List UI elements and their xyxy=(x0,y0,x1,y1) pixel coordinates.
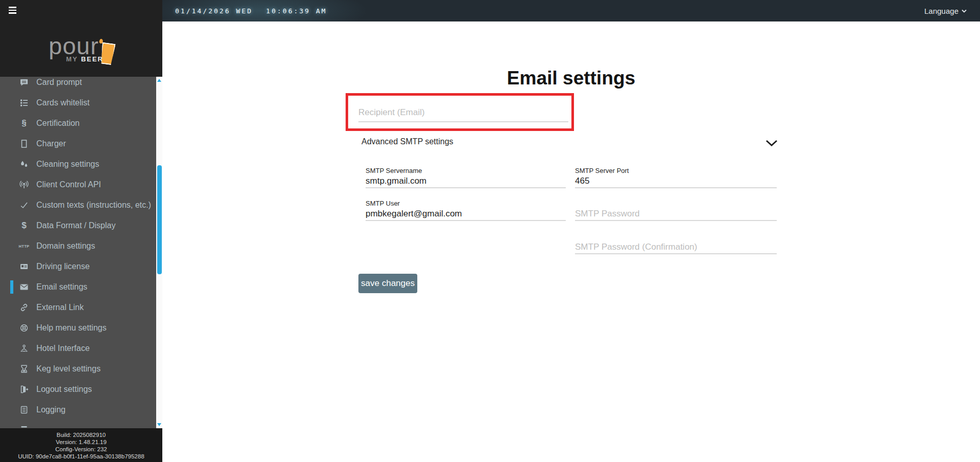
broadcast-icon xyxy=(18,179,30,190)
smtp-user-label: SMTP User xyxy=(366,200,400,207)
smtp-servername-label: SMTP Servername xyxy=(366,167,422,174)
sidebar-item-partial[interactable] xyxy=(0,420,156,428)
smtp-password-input[interactable]: SMTP Password xyxy=(575,208,777,221)
sidebar-item-hotel-interface[interactable]: Hotel Interface xyxy=(0,338,156,359)
sidebar-footer: Build: 2025082910 Version: 1.48.21.19 Co… xyxy=(0,428,162,462)
scrollbar-thumb[interactable] xyxy=(157,165,162,274)
smtp-server-port-label: SMTP Server Port xyxy=(575,167,629,174)
sidebar-item-domain-settings[interactable]: HTTPDomain settings xyxy=(0,236,156,256)
sidebar-menu: Card promptCards whitelist§Certification… xyxy=(0,77,156,428)
chevron-down-icon xyxy=(962,9,967,13)
drops-icon xyxy=(18,159,30,170)
hourglass-icon xyxy=(18,363,30,375)
sidebar: pour MY BEER Card promptCards whitelist§… xyxy=(0,0,162,462)
indicator-slot xyxy=(10,260,13,273)
sidebar-item-logging[interactable]: Logging xyxy=(0,400,156,420)
indicator-slot xyxy=(10,137,13,150)
sidebar-item-cards-whitelist[interactable]: Cards whitelist xyxy=(0,93,156,113)
indicator-slot xyxy=(10,424,13,428)
version-info: Version: 1.48.21.19 xyxy=(0,438,162,446)
link-icon xyxy=(18,302,30,313)
indicator-slot xyxy=(10,321,13,335)
smtp-server-port-input[interactable]: 465 xyxy=(575,175,777,188)
sidebar-item-label: Cleaning settings xyxy=(36,160,99,169)
logo-sub-text: MY BEER xyxy=(66,55,103,63)
indicator-slot xyxy=(10,117,13,130)
sidebar-item-label: Driving license xyxy=(36,262,90,271)
main-content: Email settings Recipient (Email) Advance… xyxy=(162,21,980,462)
sidebar-item-email-settings[interactable]: Email settings xyxy=(0,277,156,297)
http-icon: HTTP xyxy=(18,240,30,252)
scroll-down-icon[interactable] xyxy=(157,423,161,426)
indicator-slot xyxy=(10,158,13,171)
sidebar-item-help-menu-settings[interactable]: Help menu settings xyxy=(0,318,156,338)
save-changes-button[interactable]: save changes xyxy=(358,274,417,293)
sidebar-item-label: Certification xyxy=(36,119,79,128)
sidebar-item-label: Keg level settings xyxy=(36,364,100,373)
sidebar-item-external-link[interactable]: External Link xyxy=(0,297,156,318)
clock-date: 01/14/2026 WED xyxy=(175,7,253,15)
smtp-user-input[interactable]: pmbkegalert@gmail.com xyxy=(366,208,566,221)
smtp-password-confirmation-input[interactable]: SMTP Password (Confirmation) xyxy=(575,241,777,254)
sidebar-item-certification[interactable]: §Certification xyxy=(0,113,156,134)
smtp-servername-input[interactable]: smtp.gmail.com xyxy=(366,175,566,188)
indicator-slot xyxy=(10,77,13,89)
indicator-slot xyxy=(10,301,13,314)
sidebar-item-label: Hotel Interface xyxy=(36,344,90,353)
sidebar-item-cleaning-settings[interactable]: Cleaning settings xyxy=(0,154,156,174)
page-title: Email settings xyxy=(162,68,980,89)
sidebar-item-logout-settings[interactable]: Logout settings xyxy=(0,379,156,400)
uuid-info: UUID: 90de7ca8-b0f1-11ef-95aa-30138b7952… xyxy=(0,453,162,460)
section-sign-icon: § xyxy=(18,118,30,129)
sidebar-item-label: Data Format / Display xyxy=(36,221,116,230)
clock-time: 10:06:39 AM xyxy=(266,7,327,15)
language-dropdown[interactable]: Language xyxy=(924,0,967,21)
sidebar-item-card-prompt[interactable]: Card prompt xyxy=(0,77,156,93)
checkmark-icon xyxy=(18,200,30,211)
indicator-slot xyxy=(10,403,13,416)
sidebar-item-client-control-api[interactable]: Client Control API xyxy=(0,174,156,195)
indicator-slot xyxy=(10,362,13,376)
life-ring-icon xyxy=(18,322,30,334)
dash-icon xyxy=(18,425,30,428)
language-label: Language xyxy=(924,7,958,15)
sidebar-logo-area: pour MY BEER xyxy=(0,0,162,77)
sidebar-item-label: Domain settings xyxy=(36,241,95,251)
config-version-info: Config-Version: 232 xyxy=(0,446,162,453)
topbar: 01/14/2026 WED10:06:39 AM Language xyxy=(162,0,980,21)
logo-brand-text: pour xyxy=(49,34,99,58)
indicator-slot xyxy=(10,239,13,253)
pourmybeer-logo: pour MY BEER xyxy=(49,30,125,65)
sidebar-item-label: Email settings xyxy=(36,282,88,292)
dollar-icon: $ xyxy=(18,220,30,231)
hamburger-menu-icon[interactable] xyxy=(9,7,16,15)
envelope-icon xyxy=(18,281,30,293)
sidebar-item-keg-level-settings[interactable]: Keg level settings xyxy=(0,359,156,379)
indicator-slot xyxy=(10,383,13,396)
sidebar-item-label: Card prompt xyxy=(36,78,82,87)
advanced-section-chevron-down-icon[interactable] xyxy=(765,140,778,147)
indicator-slot xyxy=(10,96,13,109)
active-indicator xyxy=(10,280,13,294)
speech-bubble-icon xyxy=(18,77,30,88)
document-icon xyxy=(18,404,30,415)
app-window: pour MY BEER Card promptCards whitelist§… xyxy=(0,0,980,462)
sidebar-item-label: Logout settings xyxy=(36,385,92,394)
sidebar-item-data-format-display[interactable]: $Data Format / Display xyxy=(0,215,156,236)
indicator-slot xyxy=(10,342,13,355)
id-card-icon xyxy=(18,261,30,272)
recipient-email-input[interactable]: Recipient (Email) xyxy=(358,104,568,122)
sidebar-scrollbar[interactable] xyxy=(156,77,162,428)
sidebar-item-custom-texts-instructions-etc[interactable]: Custom texts (instructions, etc.) xyxy=(0,195,156,215)
sitemap-icon xyxy=(18,343,30,354)
sidebar-item-label: Custom texts (instructions, etc.) xyxy=(36,201,151,210)
indicator-slot xyxy=(10,199,13,212)
indicator-slot xyxy=(10,219,13,232)
list-icon xyxy=(18,97,30,108)
scroll-up-icon[interactable] xyxy=(157,79,161,82)
sidebar-item-charger[interactable]: Charger xyxy=(0,134,156,154)
advanced-smtp-settings-label[interactable]: Advanced SMTP settings xyxy=(361,137,453,146)
sidebar-item-driving-license[interactable]: Driving license xyxy=(0,256,156,277)
indicator-slot xyxy=(10,178,13,191)
sidebar-item-label: Cards whitelist xyxy=(36,98,90,107)
